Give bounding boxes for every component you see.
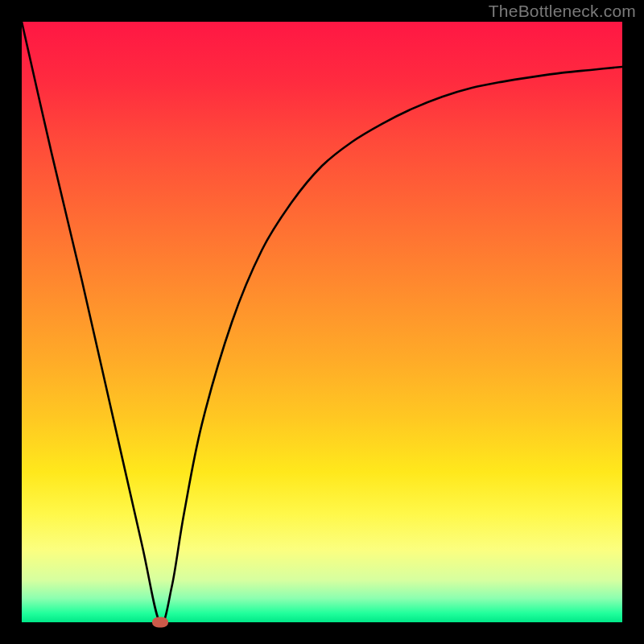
chart-frame: TheBottleneck.com [0, 0, 644, 644]
minimum-marker [152, 617, 168, 628]
attribution-label: TheBottleneck.com [489, 2, 636, 21]
bottleneck-curve [22, 22, 622, 622]
plot-area [22, 22, 622, 622]
